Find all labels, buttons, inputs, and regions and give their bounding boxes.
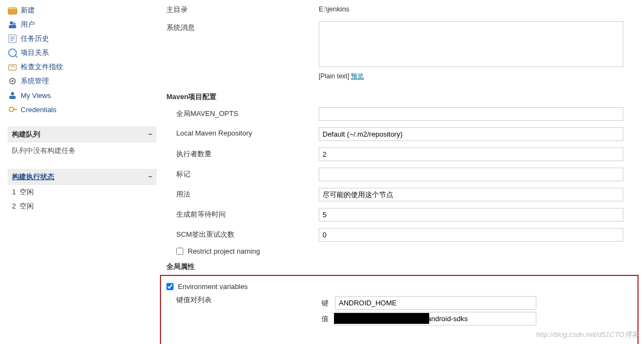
usage-label: 用法 [166,188,319,199]
labels-label: 标记 [166,168,319,179]
usage-select[interactable] [319,188,623,201]
svg-point-9 [9,49,16,57]
env-key-input[interactable] [335,296,536,310]
sidebar-item-label: 检查文件指纹 [21,62,63,72]
svg-rect-1 [8,8,17,9]
new-icon [8,5,17,15]
plain-text-label: [Plain text] [319,72,349,80]
sys-msg-textarea[interactable] [319,21,623,67]
svg-rect-15 [9,96,16,99]
sys-msg-helper: [Plain text] 预览 [319,69,644,84]
svg-rect-4 [9,25,16,28]
sidebar-item-label: 项目关系 [21,48,49,58]
quiet-label: 生成前等待时间 [166,208,319,219]
watermark-text: http://blog.csdn.net/d51CTO博客 [536,330,639,340]
value-label: 值 [319,314,329,324]
sidebar-item-fingerprint[interactable]: 检查文件指纹 [8,60,157,74]
scm-retry-label: SCM签出重试次数 [166,228,319,239]
env-vars-label: Environment variables [178,282,248,291]
sidebar-item-label: 用户 [21,20,35,29]
scm-retry-input[interactable] [319,228,623,242]
executors-label: 执行者数量 [166,148,319,159]
sidebar-item-credentials[interactable]: Credentials [8,102,157,116]
sidebar-item-history[interactable]: 任务历史 [8,32,157,46]
build-queue-header: 构建队列 – [8,126,157,143]
svg-point-16 [9,107,14,112]
executor-row: 1 空闲 [8,185,157,199]
key-label: 键 [319,298,329,308]
sidebar-item-label: 新建 [21,5,35,15]
credentials-icon [8,105,17,114]
gear-icon [8,76,17,86]
local-mvn-repo-label: Local Maven Repository [166,127,319,137]
global-mvn-opts-label: 全局MAVEN_OPTS [166,107,319,119]
preview-link[interactable]: 预览 [351,72,364,80]
fingerprint-icon [8,62,17,72]
sidebar-item-users[interactable]: 用户 [8,17,157,32]
home-dir-value: E:\jenkins [319,3,644,13]
restrict-naming-label: Restrict project naming [188,247,260,255]
executors-input[interactable] [319,148,623,161]
svg-line-10 [15,56,17,58]
build-queue-title: 构建队列 [12,130,40,138]
sidebar-item-label: 任务历史 [21,34,49,44]
views-icon [8,90,17,100]
svg-point-14 [11,92,14,95]
kv-list-label: 键值对列表 [166,293,319,325]
maven-section-header: Maven项目配置 [166,88,644,104]
global-props-header: 全局属性 [166,257,644,274]
executor-state: 空闲 [20,188,34,196]
svg-rect-17 [13,109,17,110]
executor-num: 1 [12,188,16,196]
quiet-input[interactable] [319,208,623,222]
sidebar-item-label: My Views [21,91,51,100]
sys-msg-label: 系统消息 [166,21,319,33]
redacted-icon [334,313,429,324]
build-queue-empty: 队列中没有构建任务 [8,143,157,159]
svg-point-13 [11,80,14,82]
history-icon [8,34,17,44]
sidebar-item-my-views[interactable]: My Views [8,88,157,102]
sidebar-item-label: Credentials [21,106,57,114]
build-exec-header: 构建执行状态 – [8,169,157,185]
sidebar-item-new[interactable]: 新建 [8,3,157,17]
restrict-naming-checkbox[interactable] [176,248,183,255]
collapse-icon[interactable]: – [148,172,152,180]
collapse-icon[interactable]: – [148,130,152,138]
local-mvn-repo-select[interactable] [319,127,623,141]
executor-num: 2 [12,202,16,210]
global-mvn-opts-input[interactable] [319,107,623,121]
home-dir-label: 主目录 [166,3,319,15]
labels-input[interactable] [319,168,623,181]
env-vars-checkbox[interactable] [166,283,174,290]
executor-state: 空闲 [20,202,34,210]
sidebar-item-relations[interactable]: 项目关系 [8,46,157,60]
executor-row: 2 空闲 [8,199,157,213]
relations-icon [8,48,17,58]
build-exec-title[interactable]: 构建执行状态 [12,173,54,181]
sidebar-item-manage[interactable]: 系统管理 [8,74,157,88]
users-icon [8,20,17,29]
sidebar-item-label: 系统管理 [21,76,49,86]
